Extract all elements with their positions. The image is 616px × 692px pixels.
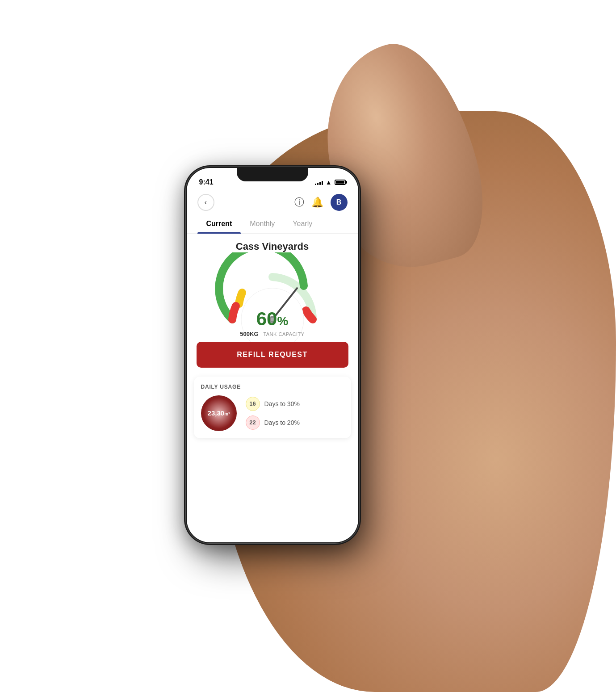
usage-value: 23,30m³ <box>208 409 230 417</box>
battery-fill <box>336 181 344 184</box>
gauge-percent: 60 <box>256 308 277 329</box>
battery-icon <box>335 180 346 185</box>
signal-bar-1 <box>315 184 316 185</box>
gauge-value: 60% 500KG TANK CAPACITY <box>240 308 304 337</box>
gauge-capacity-label: TANK CAPACITY <box>263 331 304 337</box>
avatar[interactable]: B <box>331 194 348 211</box>
notch <box>237 168 308 181</box>
tab-monthly[interactable]: Monthly <box>241 214 284 233</box>
days-item-30: 16 Days to 30% <box>246 397 344 411</box>
main-content: Cass Vineyards <box>187 234 358 445</box>
days-badge-yellow: 16 <box>246 397 260 411</box>
scene: 9:41 ▲ <box>0 0 616 692</box>
tab-current[interactable]: Current <box>197 214 241 233</box>
daily-usage-title: DAILY USAGE <box>201 384 344 390</box>
gauge-percent-sign: % <box>277 314 288 328</box>
tab-yearly[interactable]: Yearly <box>284 214 321 233</box>
days-item-20: 22 Days to 20% <box>246 415 344 430</box>
gauge-wrapper: 60% 500KG TANK CAPACITY <box>214 261 331 333</box>
gauge-container: 60% 500KG TANK CAPACITY <box>194 261 351 333</box>
wifi-icon: ▲ <box>326 179 332 186</box>
header-right: ⓘ 🔔 B <box>294 194 348 211</box>
back-icon: ‹ <box>205 198 207 206</box>
status-icons: ▲ <box>315 179 346 186</box>
phone-frame: 9:41 ▲ <box>185 167 360 544</box>
signal-bars-icon <box>315 180 323 185</box>
daily-usage-card: DAILY USAGE 23,30m³ 16 Days to 30% <box>194 377 351 438</box>
signal-bar-4 <box>322 181 323 185</box>
tabs-bar: Current Monthly Yearly <box>187 214 358 234</box>
signal-bar-3 <box>319 182 321 185</box>
refill-request-button[interactable]: REFILL REQUEST <box>197 342 348 368</box>
phone-wrapper: 9:41 ▲ <box>185 167 360 544</box>
days-list: 16 Days to 30% 22 Days to 20% <box>246 397 344 430</box>
back-button[interactable]: ‹ <box>197 194 214 211</box>
gauge-capacity: 500KG TANK CAPACITY <box>240 331 304 337</box>
signal-bar-2 <box>317 183 318 185</box>
days-label-20: Days to 20% <box>264 419 300 426</box>
usage-circle: 23,30m³ <box>201 395 237 431</box>
app-header: ‹ ⓘ 🔔 B <box>187 190 358 214</box>
days-label-30: Days to 30% <box>264 400 300 407</box>
bell-icon[interactable]: 🔔 <box>311 197 323 208</box>
status-time: 9:41 <box>199 178 214 186</box>
daily-usage-content: 23,30m³ 16 Days to 30% 22 Days <box>201 395 344 431</box>
days-badge-pink: 22 <box>246 415 260 430</box>
phone-screen: 9:41 ▲ <box>187 168 358 542</box>
help-icon[interactable]: ⓘ <box>294 196 304 209</box>
gauge-capacity-kg: 500KG <box>240 331 258 337</box>
location-title: Cass Vineyards <box>194 241 351 252</box>
